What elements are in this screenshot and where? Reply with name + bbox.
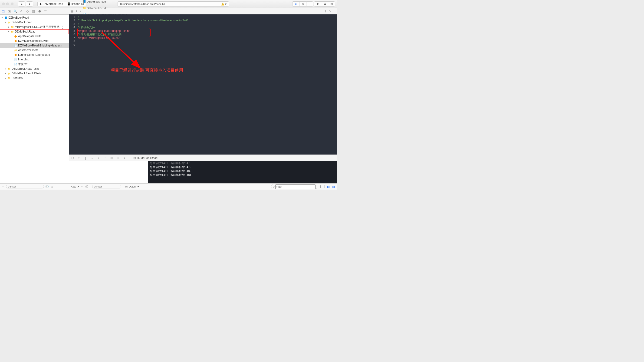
toggle-navigator-button[interactable]: ◧ xyxy=(314,2,321,6)
tree-row[interactable]: ▶📁DZMeBookReadTests xyxy=(0,66,69,71)
related-items-icon[interactable]: ▦ xyxy=(70,10,74,13)
breakpoint-nav-tab[interactable]: ⬣ xyxy=(38,10,41,13)
variables-filter-input[interactable] xyxy=(96,185,120,188)
issue-icon[interactable]: ⚠ xyxy=(328,10,331,13)
step-into-icon[interactable]: ↓ xyxy=(97,156,100,160)
zoom-window[interactable] xyxy=(11,2,14,5)
view-debug-icon[interactable]: ◫ xyxy=(110,156,113,160)
scheme-selector[interactable]: ◆DZMeBookRead 📱iPhone 6s xyxy=(38,2,86,6)
annotation-text: 项目已经进行封装 可直接拖入项目使用 xyxy=(111,68,183,73)
disclosure-triangle[interactable]: ▶ xyxy=(4,77,6,79)
location-icon[interactable]: ➤ xyxy=(123,156,126,160)
disclosure-triangle[interactable]: ▶ xyxy=(8,30,10,33)
console-output[interactable]: 总章节数:1481 当前解析到:1478总章节数:1481 当前解析到:1479… xyxy=(148,161,337,183)
breadcrumb-item[interactable]: 📁 DZMeBookRead xyxy=(83,6,127,10)
folder-icon: 📁 xyxy=(7,72,11,75)
toggle-debug-button[interactable]: ⬓ xyxy=(321,2,328,6)
disclosure-triangle[interactable]: ▶ xyxy=(4,72,6,74)
crumb-icon: 📘 xyxy=(83,0,86,3)
folder-icon: 📁 xyxy=(7,76,11,80)
tree-row[interactable]: ▶📁DZMeBookReadUITests xyxy=(0,71,69,76)
disclosure-triangle[interactable]: ▼ xyxy=(4,21,6,24)
debug-target[interactable]: ▤DZMeBookRead xyxy=(133,156,158,160)
memory-graph-icon[interactable]: ⚭ xyxy=(116,156,120,160)
filter-field-wrap: ⊙ xyxy=(6,185,44,188)
tree-row[interactable]: 🔶LaunchScreen.storyboard xyxy=(0,52,69,57)
console-scope[interactable]: All Output ⟳ xyxy=(125,185,139,188)
debug-toolbar: ▢ ⬠ ‖ ⤵ ↓ ↑ ◫ ⚭ ➤ | ▤DZMeBookRead xyxy=(69,154,337,161)
tree-label: Products xyxy=(12,76,22,80)
crumb-icon: 📁 xyxy=(83,6,86,10)
forward-button[interactable]: > xyxy=(79,10,82,13)
console-filter-input[interactable] xyxy=(275,184,316,189)
symbol-nav-tab[interactable]: ◳ xyxy=(8,10,11,13)
tree-row[interactable]: ▼📘DZMeBookRead xyxy=(0,15,69,20)
recent-filter-icon[interactable]: 🕘 xyxy=(45,185,48,188)
tree-label: Info.plist xyxy=(18,58,28,61)
standard-editor-button[interactable]: ≡ xyxy=(292,2,299,6)
right-pane-toggle[interactable]: ◨ xyxy=(332,185,335,188)
warning-badge[interactable]: ⚠️ 2 xyxy=(221,2,226,6)
back-button[interactable]: < xyxy=(74,10,78,13)
tree-row[interactable]: ▶📁Products xyxy=(0,76,69,80)
project-tree[interactable]: ▼📘DZMeBookRead▼📁DZMeBookRead▶📁MBProgress… xyxy=(0,15,69,183)
add-button[interactable]: ＋ xyxy=(2,185,5,188)
tree-label: DZMeBookRead xyxy=(8,16,29,19)
tree-row[interactable]: 📁Assets.xcassets xyxy=(0,48,69,52)
left-pane-toggle[interactable]: ◧ xyxy=(327,185,330,188)
debug-nav-tab[interactable]: ▦ xyxy=(32,10,35,13)
tree-row[interactable]: 📄DZMeBookRead-Bridging-Header.h xyxy=(0,43,69,48)
disclosure-triangle[interactable]: ▶ xyxy=(4,68,6,70)
stop-button[interactable]: ■ xyxy=(26,2,33,6)
step-out-icon[interactable]: ↑ xyxy=(104,156,107,160)
tree-row[interactable]: 🔶DZMMainController.swift xyxy=(0,38,69,43)
jump-bar[interactable]: ▦ < > 📘 DZMeBookRead〉📁 DZMeBookRead〉📄 DZ… xyxy=(69,8,337,14)
editor-mode-group: ≡ ⊚ ↔ xyxy=(292,2,313,6)
trash-icon[interactable]: 🗑 xyxy=(319,185,322,188)
folder-icon: 📁 xyxy=(14,48,18,52)
tree-row[interactable]: 📄求魔.txt xyxy=(0,62,69,66)
debug-filter-bar: Auto ⟳ 👁 ⓘ ⊙ All Output ⟳ ⊙ 🗑 | ◧ ◨ xyxy=(69,183,337,190)
target-icon: ▤ xyxy=(133,156,136,160)
step-over-icon[interactable]: ⤵ xyxy=(90,156,94,160)
prev-issue-icon[interactable]: ⟨ xyxy=(324,10,327,13)
tree-label: MBProgressHUD(…时使用用于阻挡下) xyxy=(15,25,63,29)
hfile-icon: 📄 xyxy=(14,62,18,66)
breadcrumb-item[interactable]: 📘 DZMeBookRead xyxy=(83,0,127,3)
hide-debug-icon[interactable]: ▢ xyxy=(71,156,74,160)
breakpoints-icon[interactable]: ⬠ xyxy=(77,156,80,160)
disclosure-triangle[interactable]: ▶ xyxy=(8,26,10,28)
find-nav-tab[interactable]: 🔍 xyxy=(14,10,17,13)
assistant-editor-button[interactable]: ⊚ xyxy=(299,2,306,6)
tree-row[interactable]: 📄Info.plist xyxy=(0,57,69,62)
continue-icon[interactable]: ‖ xyxy=(84,156,87,160)
tree-label: DZMeBookRead xyxy=(12,21,32,24)
report-nav-tab[interactable]: ☰ xyxy=(44,10,48,13)
editor-area: ▦ < > 📘 DZMeBookRead〉📁 DZMeBookRead〉📄 DZ… xyxy=(69,8,337,190)
version-editor-button[interactable]: ↔ xyxy=(306,2,313,6)
eye-icon[interactable]: 👁 xyxy=(80,185,84,188)
info-icon[interactable]: ⓘ xyxy=(85,185,88,188)
test-nav-tab[interactable]: ◇ xyxy=(26,10,29,13)
folder-icon: 📁 xyxy=(7,20,11,24)
issue-nav-tab[interactable]: ⚠ xyxy=(20,10,23,13)
variables-view[interactable] xyxy=(69,161,148,183)
toggle-inspector-button[interactable]: ◨ xyxy=(328,2,335,6)
scm-filter-icon[interactable]: ◫ xyxy=(50,185,53,188)
variables-scope[interactable]: Auto ⟳ xyxy=(71,185,79,188)
app-icon: ◆ xyxy=(40,2,42,6)
code-editor[interactable]: 123456789 //// Use this file to import y… xyxy=(69,14,337,154)
project-nav-tab[interactable]: ▤ xyxy=(2,10,5,13)
navigator-filter-input[interactable] xyxy=(10,185,42,188)
run-button[interactable]: ▶ xyxy=(18,2,25,6)
disclosure-triangle[interactable]: ▼ xyxy=(1,16,3,19)
tree-row[interactable]: ▶📁DZMeBookRead xyxy=(0,29,69,34)
next-issue-icon[interactable]: ⟩ xyxy=(332,10,336,13)
tree-row[interactable]: ▶📁MBProgressHUD(…时使用用于阻挡下) xyxy=(0,25,69,29)
folder-icon: 📁 xyxy=(10,30,14,34)
toolbar: ▶ ■ ◆DZMeBookRead 📱iPhone 6s Running DZM… xyxy=(0,0,337,8)
close-window[interactable] xyxy=(2,2,5,5)
minimize-window[interactable] xyxy=(6,2,9,5)
tree-row[interactable]: ▼📁DZMeBookRead xyxy=(0,20,69,25)
tree-row[interactable]: 🔶AppDelegate.swift xyxy=(0,34,69,38)
